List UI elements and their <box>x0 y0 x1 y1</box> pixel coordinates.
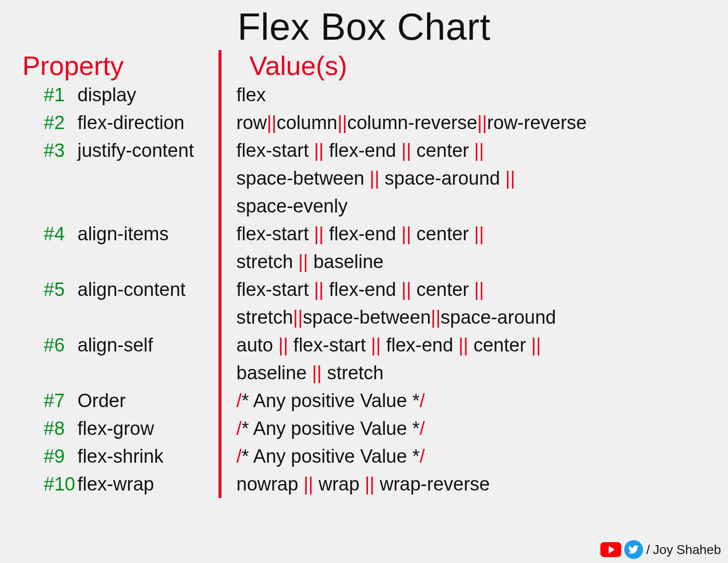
value-cell: /* Any positive Value */ <box>236 387 713 415</box>
page: Flex Box Chart Property Value(s) #1displ… <box>0 0 728 563</box>
row-index: #4 <box>44 220 77 248</box>
youtube-icon[interactable] <box>600 542 621 557</box>
property-name: align-content <box>77 276 186 303</box>
property-name: align-items <box>77 220 169 248</box>
row-index: #9 <box>44 442 77 470</box>
row-index: #10 <box>44 470 77 498</box>
table-row <box>44 359 218 387</box>
table-row: #10flex-wrap <box>44 470 218 498</box>
value-cell: flex-start || flex-end || center || <box>236 220 713 248</box>
row-index: #5 <box>44 276 77 303</box>
property-name: align-self <box>77 331 153 359</box>
table-row <box>44 303 218 331</box>
property-name: flex-direction <box>77 109 184 137</box>
column-headers: Property Value(s) <box>15 50 713 81</box>
table-row: #2flex-direction <box>44 109 218 137</box>
table-row: #7Order <box>44 387 218 415</box>
value-cell: space-evenly <box>236 192 713 220</box>
row-index: #3 <box>44 137 77 164</box>
table-row: #9flex-shrink <box>44 442 218 470</box>
value-cell: baseline || stretch <box>236 359 713 387</box>
table-row: #1display <box>44 81 218 109</box>
values-column: flex row||column||column-reverse||row-re… <box>218 81 713 498</box>
credit-slash: / <box>646 542 650 558</box>
property-name: justify-content <box>77 137 194 164</box>
table-row <box>44 248 218 276</box>
row-index: #8 <box>44 415 77 442</box>
table-row: #8flex-grow <box>44 415 218 442</box>
property-name: flex-wrap <box>77 470 154 498</box>
property-name: Order <box>77 387 126 415</box>
value-cell: /* Any positive Value */ <box>236 442 713 470</box>
table-row: #6align-self <box>44 331 218 359</box>
value-cell: stretch||space-between||space-around <box>236 303 713 331</box>
row-index: #6 <box>44 331 77 359</box>
value-cell: stretch || baseline <box>236 248 713 276</box>
page-title: Flex Box Chart <box>15 5 713 48</box>
twitter-icon[interactable] <box>624 540 643 559</box>
table-row: #3justify-content <box>44 137 218 164</box>
value-cell: nowrap || wrap || wrap-reverse <box>236 470 713 498</box>
row-index: #7 <box>44 387 77 415</box>
table-row: #5align-content <box>44 276 218 303</box>
table-row <box>44 164 218 220</box>
property-name: display <box>77 81 136 109</box>
value-cell: row||column||column-reverse||row-reverse <box>236 109 713 137</box>
property-name: flex-grow <box>77 415 154 442</box>
credit-name: Joy Shaheb <box>653 542 721 558</box>
credit: / Joy Shaheb <box>600 540 721 559</box>
value-cell: flex-start || flex-end || center || <box>236 276 713 303</box>
value-cell: flex <box>236 81 713 109</box>
value-cell: space-between || space-around || <box>236 164 713 192</box>
row-index: #1 <box>44 81 77 109</box>
value-cell: auto || flex-start || flex-end || center… <box>236 331 713 359</box>
value-cell: flex-start || flex-end || center || <box>236 137 713 164</box>
property-column: #1display #2flex-direction #3justify-con… <box>15 81 218 498</box>
header-property: Property <box>15 50 218 81</box>
property-name: flex-shrink <box>77 442 163 470</box>
row-index: #2 <box>44 109 77 137</box>
table-row: #4align-items <box>44 220 218 248</box>
header-values: Value(s) <box>218 50 713 81</box>
value-cell: /* Any positive Value */ <box>236 415 713 442</box>
table-body: #1display #2flex-direction #3justify-con… <box>15 81 713 498</box>
